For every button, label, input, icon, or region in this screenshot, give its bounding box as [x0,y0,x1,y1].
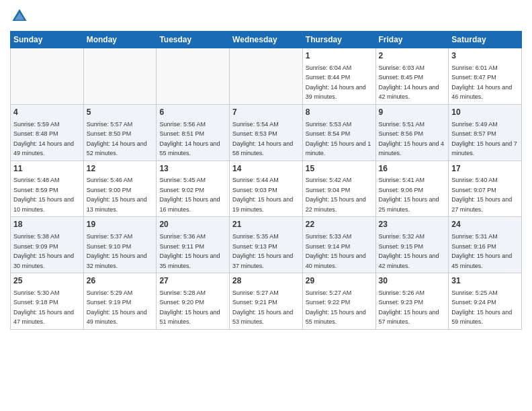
calendar-day-cell: 5 Sunrise: 5:57 AMSunset: 8:50 PMDayligh… [83,104,157,161]
calendar-day-cell: 9 Sunrise: 5:51 AMSunset: 8:56 PMDayligh… [375,104,449,161]
calendar-day-cell: 1 Sunrise: 6:04 AMSunset: 8:44 PMDayligh… [302,48,375,105]
calendar-day-cell: 23 Sunrise: 5:32 AMSunset: 9:15 PMDaylig… [375,217,449,273]
day-info: Sunrise: 5:44 AMSunset: 9:03 PMDaylight:… [232,177,293,213]
day-number: 17 [451,163,519,175]
calendar-day-cell: 29 Sunrise: 5:27 AMSunset: 9:22 PMDaylig… [302,273,375,330]
header [10,7,522,26]
day-info: Sunrise: 5:53 AMSunset: 8:54 PMDaylight:… [306,121,371,157]
calendar-day-cell: 17 Sunrise: 5:40 AMSunset: 9:07 PMDaylig… [449,161,522,217]
logo-icon [10,7,29,26]
day-info: Sunrise: 5:28 AMSunset: 9:20 PMDaylight:… [159,289,220,326]
day-info: Sunrise: 6:04 AMSunset: 8:44 PMDaylight:… [306,64,366,101]
day-info: Sunrise: 5:33 AMSunset: 9:14 PMDaylight:… [306,233,366,269]
day-info: Sunrise: 5:54 AMSunset: 8:53 PMDaylight:… [232,121,293,157]
day-number: 24 [451,219,519,230]
calendar-day-cell: 8 Sunrise: 5:53 AMSunset: 8:54 PMDayligh… [302,104,375,161]
calendar-week-row: 1 Sunrise: 6:04 AMSunset: 8:44 PMDayligh… [11,48,522,105]
col-header-saturday: Saturday [449,32,522,48]
day-info: Sunrise: 5:57 AMSunset: 8:50 PMDaylight:… [87,121,147,157]
calendar-day-cell: 26 Sunrise: 5:29 AMSunset: 9:19 PMDaylig… [83,273,157,330]
calendar-day-cell: 11 Sunrise: 5:48 AMSunset: 8:59 PMDaylig… [11,161,84,217]
calendar-day-cell: 6 Sunrise: 5:56 AMSunset: 8:51 PMDayligh… [157,104,230,161]
calendar-day-cell: 2 Sunrise: 6:03 AMSunset: 8:45 PMDayligh… [375,48,449,105]
day-info: Sunrise: 5:59 AMSunset: 8:48 PMDaylight:… [13,121,74,157]
calendar-day-cell: 28 Sunrise: 5:27 AMSunset: 9:21 PMDaylig… [230,273,303,330]
col-header-friday: Friday [375,32,449,48]
calendar-day-cell: 10 Sunrise: 5:49 AMSunset: 8:57 PMDaylig… [449,104,522,161]
day-info: Sunrise: 5:40 AMSunset: 9:07 PMDaylight:… [451,177,512,213]
day-number: 13 [159,163,226,175]
day-info: Sunrise: 5:25 AMSunset: 9:24 PMDaylight:… [451,289,512,326]
calendar-day-cell [83,48,157,105]
calendar-day-cell: 27 Sunrise: 5:28 AMSunset: 9:20 PMDaylig… [157,273,230,330]
calendar-day-cell: 19 Sunrise: 5:37 AMSunset: 9:10 PMDaylig… [83,217,157,273]
day-info: Sunrise: 5:32 AMSunset: 9:15 PMDaylight:… [379,233,439,269]
day-number: 2 [379,50,446,62]
day-info: Sunrise: 5:26 AMSunset: 9:23 PMDaylight:… [379,289,439,326]
day-info: Sunrise: 5:42 AMSunset: 9:04 PMDaylight:… [306,177,366,213]
calendar-day-cell: 3 Sunrise: 6:01 AMSunset: 8:47 PMDayligh… [449,48,522,105]
day-info: Sunrise: 5:30 AMSunset: 9:18 PMDaylight:… [13,289,74,326]
col-header-wednesday: Wednesday [230,32,303,48]
day-number: 28 [232,275,300,287]
day-number: 5 [87,107,154,118]
day-number: 9 [379,107,446,118]
calendar-day-cell: 30 Sunrise: 5:26 AMSunset: 9:23 PMDaylig… [375,273,449,330]
col-header-monday: Monday [83,32,157,48]
calendar-day-cell: 24 Sunrise: 5:31 AMSunset: 9:16 PMDaylig… [449,217,522,273]
day-info: Sunrise: 5:48 AMSunset: 8:59 PMDaylight:… [13,177,74,213]
day-info: Sunrise: 5:46 AMSunset: 9:00 PMDaylight:… [87,177,147,213]
day-number: 8 [306,107,373,118]
calendar-week-row: 18 Sunrise: 5:38 AMSunset: 9:09 PMDaylig… [11,217,522,273]
day-number: 11 [13,163,81,175]
calendar-day-cell: 14 Sunrise: 5:44 AMSunset: 9:03 PMDaylig… [230,161,303,217]
calendar-day-cell [230,48,303,105]
day-info: Sunrise: 5:41 AMSunset: 9:06 PMDaylight:… [379,177,439,213]
day-number: 15 [306,163,373,175]
day-number: 4 [13,107,81,118]
day-number: 21 [232,219,300,230]
day-number: 20 [159,219,226,230]
calendar-day-cell: 21 Sunrise: 5:35 AMSunset: 9:13 PMDaylig… [230,217,303,273]
logo [10,7,32,26]
day-number: 30 [379,275,446,287]
page: SundayMondayTuesdayWednesdayThursdayFrid… [0,0,532,411]
calendar-week-row: 25 Sunrise: 5:30 AMSunset: 9:18 PMDaylig… [11,273,522,330]
day-info: Sunrise: 5:45 AMSunset: 9:02 PMDaylight:… [159,177,220,213]
day-number: 14 [232,163,300,175]
calendar-day-cell: 15 Sunrise: 5:42 AMSunset: 9:04 PMDaylig… [302,161,375,217]
col-header-tuesday: Tuesday [157,32,230,48]
day-info: Sunrise: 5:36 AMSunset: 9:11 PMDaylight:… [159,233,220,269]
day-info: Sunrise: 5:37 AMSunset: 9:10 PMDaylight:… [87,233,147,269]
day-number: 12 [87,163,154,175]
day-info: Sunrise: 6:03 AMSunset: 8:45 PMDaylight:… [379,64,439,101]
day-number: 7 [232,107,300,118]
day-info: Sunrise: 5:35 AMSunset: 9:13 PMDaylight:… [232,233,293,269]
day-info: Sunrise: 5:56 AMSunset: 8:51 PMDaylight:… [159,121,220,157]
col-header-thursday: Thursday [302,32,375,48]
calendar-day-cell: 4 Sunrise: 5:59 AMSunset: 8:48 PMDayligh… [11,104,84,161]
calendar-week-row: 4 Sunrise: 5:59 AMSunset: 8:48 PMDayligh… [11,104,522,161]
calendar-day-cell: 13 Sunrise: 5:45 AMSunset: 9:02 PMDaylig… [157,161,230,217]
calendar-day-cell: 22 Sunrise: 5:33 AMSunset: 9:14 PMDaylig… [302,217,375,273]
day-number: 19 [87,219,154,230]
day-info: Sunrise: 5:31 AMSunset: 9:16 PMDaylight:… [451,233,512,269]
day-number: 27 [159,275,226,287]
calendar-table: SundayMondayTuesdayWednesdayThursdayFrid… [10,31,522,330]
day-info: Sunrise: 5:27 AMSunset: 9:21 PMDaylight:… [232,289,293,326]
calendar-day-cell: 31 Sunrise: 5:25 AMSunset: 9:24 PMDaylig… [449,273,522,330]
day-number: 26 [87,275,154,287]
day-number: 23 [379,219,446,230]
calendar-day-cell: 16 Sunrise: 5:41 AMSunset: 9:06 PMDaylig… [375,161,449,217]
day-number: 18 [13,219,81,230]
calendar-day-cell [157,48,230,105]
calendar-day-cell: 7 Sunrise: 5:54 AMSunset: 8:53 PMDayligh… [230,104,303,161]
day-number: 6 [159,107,226,118]
calendar-header-row: SundayMondayTuesdayWednesdayThursdayFrid… [11,32,522,48]
calendar-day-cell: 25 Sunrise: 5:30 AMSunset: 9:18 PMDaylig… [11,273,84,330]
day-info: Sunrise: 5:49 AMSunset: 8:57 PMDaylight:… [451,121,517,157]
day-info: Sunrise: 5:51 AMSunset: 8:56 PMDaylight:… [379,121,445,157]
day-number: 10 [451,107,519,118]
calendar-day-cell [11,48,84,105]
day-info: Sunrise: 5:29 AMSunset: 9:19 PMDaylight:… [87,289,147,326]
